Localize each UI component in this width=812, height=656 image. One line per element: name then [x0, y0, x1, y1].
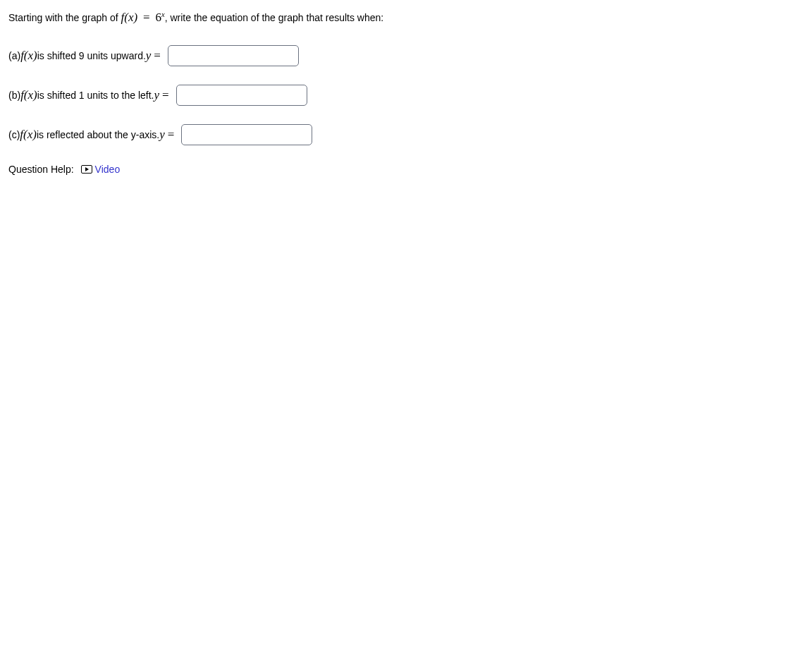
part-b-label: (b): [8, 90, 20, 101]
part-b-y: y: [154, 88, 159, 102]
part-c-y: y: [159, 128, 165, 142]
part-a-label: (a): [8, 50, 20, 61]
part-c-label: (c): [8, 129, 20, 140]
part-a-y: y: [146, 49, 152, 63]
part-b-fx: f(x): [20, 88, 37, 102]
part-a-input[interactable]: [168, 45, 299, 66]
part-b-desc: is shifted 1 units to the left.: [37, 90, 154, 101]
part-c-fx: f(x): [20, 128, 37, 142]
part-b-eq: =: [159, 88, 172, 102]
part-c-row: (c) f(x) is reflected about the y-axis. …: [8, 124, 804, 145]
intro-post: , write the equation of the graph that r…: [165, 12, 384, 23]
play-icon: [81, 165, 92, 174]
question-intro: Starting with the graph of f(x) = 6x, wr…: [8, 8, 804, 27]
intro-pre: Starting with the graph of: [8, 12, 121, 23]
part-c-eq: =: [165, 128, 178, 142]
part-a-row: (a) f(x) is shifted 9 units upward. y =: [8, 45, 804, 66]
intro-base: 6: [156, 11, 162, 24]
question-help-row: Question Help: Video: [8, 164, 804, 175]
video-link-text: Video: [95, 164, 121, 175]
part-a-desc: is shifted 9 units upward.: [37, 50, 146, 61]
part-a-eq: =: [151, 49, 164, 63]
part-b-row: (b) f(x) is shifted 1 units to the left.…: [8, 85, 804, 106]
intro-fx: f(x): [121, 11, 138, 24]
part-a-fx: f(x): [20, 49, 37, 63]
part-b-input[interactable]: [176, 85, 307, 106]
question-help-label: Question Help:: [8, 164, 74, 175]
part-c-input[interactable]: [181, 124, 312, 145]
intro-eq: =: [140, 11, 153, 24]
part-c-desc: is reflected about the y-axis.: [37, 129, 159, 140]
video-link[interactable]: Video: [81, 164, 121, 175]
